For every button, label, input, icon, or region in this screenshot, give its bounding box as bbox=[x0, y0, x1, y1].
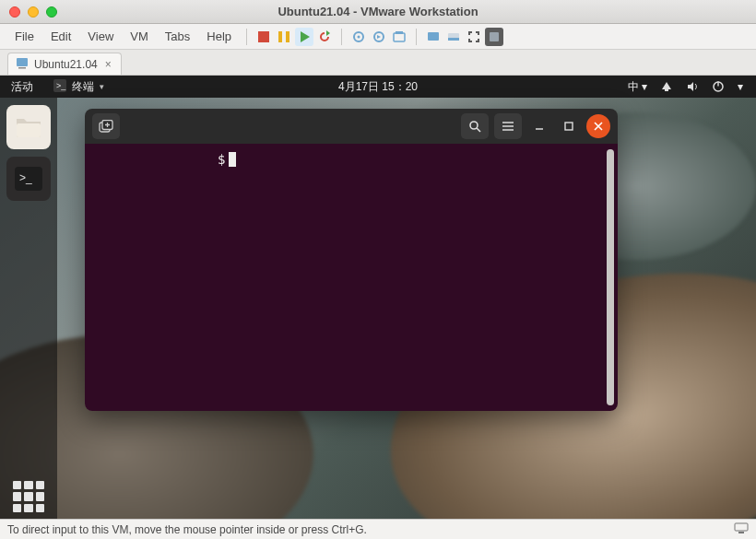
menu-help[interactable]: Help bbox=[199, 27, 239, 46]
suspend-button[interactable] bbox=[275, 28, 293, 46]
chevron-down-icon: ▾ bbox=[100, 82, 104, 91]
minimize-button[interactable] bbox=[527, 114, 551, 138]
power-on-button[interactable] bbox=[295, 28, 313, 46]
thumbnail-button[interactable] bbox=[444, 28, 463, 46]
chevron-down-icon: ▾ bbox=[738, 80, 743, 93]
svg-rect-31 bbox=[735, 523, 748, 531]
network-icon bbox=[660, 80, 673, 93]
svg-rect-11 bbox=[428, 32, 439, 41]
svg-rect-32 bbox=[738, 532, 744, 533]
hamburger-menu-button[interactable] bbox=[494, 113, 522, 139]
restart-button[interactable] bbox=[315, 28, 334, 46]
app-menu[interactable]: >_ 终端 ▾ bbox=[44, 79, 113, 95]
svg-rect-1 bbox=[278, 31, 282, 42]
dock-item-files[interactable] bbox=[6, 105, 51, 149]
menu-vm[interactable]: VM bbox=[123, 27, 156, 46]
close-button[interactable] bbox=[586, 114, 610, 138]
host-statusbar: To direct input to this VM, move the mou… bbox=[0, 519, 756, 539]
svg-rect-16 bbox=[18, 67, 26, 69]
toolbar-separator bbox=[246, 29, 247, 45]
svg-marker-8 bbox=[377, 35, 381, 39]
svg-rect-21 bbox=[717, 82, 718, 87]
svg-rect-10 bbox=[396, 31, 403, 34]
menu-file[interactable]: File bbox=[7, 27, 41, 46]
power-off-button[interactable] bbox=[254, 28, 273, 46]
terminal-prompt: $ bbox=[218, 152, 225, 167]
svg-rect-13 bbox=[448, 38, 459, 41]
app-menu-label: 终端 bbox=[72, 79, 94, 95]
window-title: Ubuntu21.04 - VMware Workstation bbox=[0, 5, 756, 18]
svg-point-27 bbox=[470, 122, 478, 129]
vm-tab-label: Ubuntu21.04 bbox=[34, 58, 98, 71]
toolbar-separator bbox=[416, 29, 417, 45]
terminal-icon: >_ bbox=[15, 167, 42, 191]
hamburger-icon bbox=[502, 120, 514, 133]
close-icon bbox=[593, 121, 604, 132]
svg-rect-14 bbox=[490, 32, 499, 41]
snapshot-button[interactable] bbox=[349, 28, 368, 46]
power-icon bbox=[712, 80, 725, 93]
search-icon bbox=[468, 120, 481, 133]
grid-icon bbox=[13, 481, 44, 512]
dock-item-terminal[interactable]: >_ bbox=[6, 157, 51, 201]
menu-view[interactable]: View bbox=[80, 27, 121, 46]
terminal-window: $ bbox=[85, 109, 618, 411]
terminal-cursor bbox=[229, 152, 236, 167]
panel-datetime[interactable]: 4月17日 15：20 bbox=[338, 80, 418, 93]
revert-snapshot-button[interactable] bbox=[370, 28, 388, 46]
guest-display[interactable]: 活动 >_ 终端 ▾ 4月17日 15：20 中 ▾ ▾ bbox=[0, 76, 756, 519]
svg-point-6 bbox=[358, 35, 360, 38]
ubuntu-dock: >_ bbox=[0, 98, 57, 519]
volume-icon bbox=[686, 80, 699, 93]
svg-line-28 bbox=[477, 128, 480, 132]
svg-rect-2 bbox=[286, 31, 289, 42]
gnome-top-panel: 活动 >_ 终端 ▾ 4月17日 15：20 中 ▾ ▾ bbox=[0, 76, 756, 98]
new-tab-button[interactable] bbox=[92, 113, 120, 139]
vm-tab-strip: Ubuntu21.04 × bbox=[0, 50, 756, 76]
svg-marker-3 bbox=[301, 31, 310, 42]
svg-rect-30 bbox=[565, 123, 573, 130]
host-menubar: File Edit View VM Tabs Help bbox=[0, 24, 756, 50]
ime-indicator[interactable]: 中 ▾ bbox=[628, 79, 647, 95]
svg-rect-9 bbox=[394, 33, 405, 41]
unity-mode-button[interactable] bbox=[485, 28, 503, 46]
terminal-body[interactable]: $ bbox=[85, 144, 618, 411]
terminal-headerbar bbox=[85, 109, 618, 144]
svg-rect-22 bbox=[17, 123, 41, 137]
vm-tab-icon bbox=[16, 56, 29, 72]
maximize-button[interactable] bbox=[557, 114, 581, 138]
vm-tab-close-button[interactable]: × bbox=[103, 58, 113, 71]
svg-text:>_: >_ bbox=[56, 81, 66, 90]
show-console-button[interactable] bbox=[424, 28, 443, 46]
activities-button[interactable]: 活动 bbox=[0, 79, 44, 95]
host-titlebar: Ubuntu21.04 - VMware Workstation bbox=[0, 0, 756, 24]
fullscreen-button[interactable] bbox=[465, 28, 483, 46]
panel-system-area[interactable]: 中 ▾ ▾ bbox=[628, 79, 756, 95]
terminal-icon: >_ bbox=[53, 79, 66, 95]
statusbar-hint: To direct input to this VM, move the mou… bbox=[7, 523, 367, 536]
svg-marker-19 bbox=[688, 82, 693, 91]
search-button[interactable] bbox=[461, 113, 489, 139]
show-applications-button[interactable] bbox=[6, 475, 51, 519]
snapshot-manager-button[interactable] bbox=[390, 28, 408, 46]
toolbar-separator bbox=[341, 29, 342, 45]
svg-marker-4 bbox=[326, 30, 330, 36]
menu-edit[interactable]: Edit bbox=[43, 27, 78, 46]
svg-rect-0 bbox=[258, 31, 269, 42]
svg-text:>_: >_ bbox=[19, 171, 32, 184]
svg-rect-15 bbox=[17, 58, 28, 66]
menu-tabs[interactable]: Tabs bbox=[158, 27, 197, 46]
statusbar-device-icon[interactable] bbox=[734, 521, 749, 537]
chevron-down-icon: ▾ bbox=[642, 80, 647, 93]
vm-tab[interactable]: Ubuntu21.04 × bbox=[7, 53, 122, 75]
terminal-scrollbar[interactable] bbox=[607, 149, 614, 405]
folder-icon bbox=[15, 115, 42, 139]
